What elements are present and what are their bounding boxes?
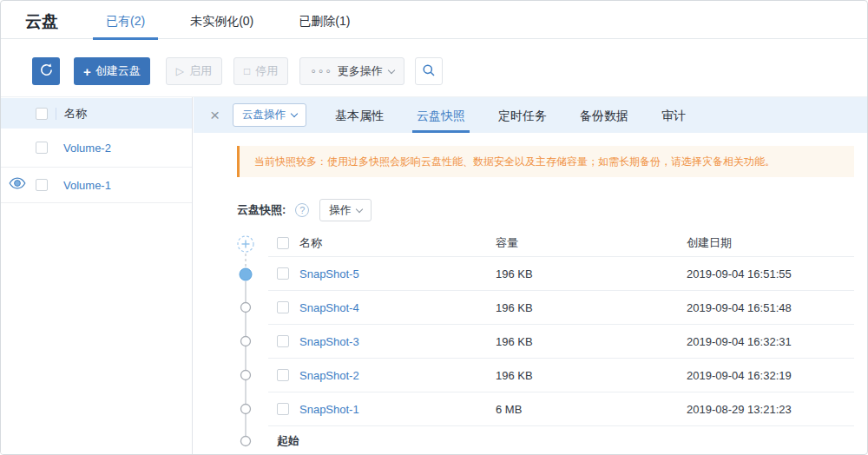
- snapshot-row[interactable]: SnapShot-2 196 KB 2019-09-04 16:32:19: [268, 359, 854, 392]
- col-size: 容量: [496, 235, 687, 251]
- snapshot-name-link[interactable]: SnapShot-1: [299, 403, 496, 416]
- create-volume-label: 创建云盘: [95, 63, 141, 79]
- refresh-icon: [39, 63, 54, 80]
- more-dots-icon: ∘∘∘: [310, 65, 332, 77]
- snapshot-created: 2019-08-29 13:21:23: [687, 403, 854, 416]
- origin-row: 起始: [268, 426, 854, 455]
- snapshot-section-label: 云盘快照:: [237, 202, 286, 218]
- row-checkbox[interactable]: [277, 369, 289, 381]
- more-actions-label: 更多操作: [338, 63, 383, 79]
- main-area: 名称 Volume-2 Volume-1 ×: [1, 96, 867, 455]
- column-divider: [56, 108, 56, 120]
- search-button[interactable]: [415, 57, 443, 85]
- warning-text: 当前快照较多：使用过多快照会影响云盘性能、数据安全以及主存储容量；如需长期备份，…: [254, 155, 775, 169]
- snapshot-actions-button[interactable]: 操作: [319, 199, 372, 221]
- help-icon[interactable]: ?: [295, 203, 309, 217]
- enable-button[interactable]: ▷ 启用: [166, 57, 222, 85]
- detail-header: × 云盘操作 基本属性 云盘快照 定时任务 备份数据 审计: [194, 97, 867, 133]
- col-name: 名称: [299, 235, 496, 251]
- snapshot-created: 2019-09-04 16:51:48: [687, 301, 854, 314]
- origin-label: 起始: [277, 433, 299, 449]
- row-checkbox[interactable]: [277, 403, 289, 415]
- row-checkbox[interactable]: [36, 142, 48, 154]
- tab-backup-data[interactable]: 备份数据: [575, 97, 633, 133]
- app-window: 云盘 已有(2) 未实例化(0) 已删除(1) + 创建云盘 ▷ 启用 □: [0, 0, 868, 455]
- tab-audit[interactable]: 审计: [657, 97, 690, 133]
- row-checkbox[interactable]: [277, 335, 289, 347]
- volume-actions-button[interactable]: 云盘操作: [233, 103, 306, 127]
- tab-volume-snapshots[interactable]: 云盘快照: [412, 97, 470, 133]
- snapshot-created: 2019-09-04 16:32:19: [687, 369, 854, 382]
- snapshot-size: 196 KB: [496, 301, 687, 314]
- viewing-eye-icon: [9, 177, 26, 193]
- more-actions-button[interactable]: ∘∘∘ 更多操作: [299, 57, 404, 85]
- snapshot-row[interactable]: SnapShot-1 6 MB 2019-08-29 13:21:23: [268, 392, 854, 426]
- snapshot-size: 196 KB: [496, 369, 687, 382]
- current-snapshot-dot: [240, 268, 252, 280]
- volume-actions-label: 云盘操作: [242, 108, 286, 122]
- plus-icon: +: [83, 64, 91, 79]
- snapshot-actions-label: 操作: [329, 203, 351, 218]
- stop-icon: □: [244, 65, 250, 77]
- snapshot-warning-banner: 当前快照较多：使用过多快照会影响云盘性能、数据安全以及主存储容量；如需长期备份，…: [237, 146, 854, 177]
- col-created: 创建日期: [687, 235, 854, 251]
- row-checkbox[interactable]: [277, 301, 289, 313]
- select-all-checkbox[interactable]: [36, 108, 48, 120]
- tab-not-instantiated[interactable]: 未实例化(0): [177, 1, 266, 39]
- snapshot-section-bar: 云盘快照: ? 操作: [237, 199, 854, 221]
- snapshot-table-header: 名称 容量 创建日期: [268, 230, 854, 257]
- snapshot-row[interactable]: SnapShot-5 196 KB 2019-09-04 16:51:55: [268, 257, 854, 291]
- snapshot-created: 2019-09-04 16:51:55: [687, 267, 854, 280]
- chevron-down-icon: [388, 66, 395, 73]
- play-icon: ▷: [176, 65, 184, 77]
- snapshot-row[interactable]: SnapShot-4 196 KB 2019-09-04 16:51:48: [268, 291, 854, 325]
- close-icon[interactable]: ×: [210, 107, 220, 123]
- snapshot-size: 6 MB: [496, 403, 687, 416]
- detail-tabs: 基本属性 云盘快照 定时任务 备份数据 审计: [331, 97, 690, 133]
- page-header: 云盘 已有(2) 未实例化(0) 已删除(1): [1, 1, 867, 39]
- name-column-header: 名称: [64, 106, 87, 122]
- refresh-button[interactable]: [32, 57, 60, 85]
- snapshot-table: 名称 容量 创建日期 SnapShot-5 196 KB 2019-09-04 …: [237, 230, 854, 455]
- snapshot-name-link[interactable]: SnapShot-5: [299, 267, 496, 280]
- search-icon: [422, 63, 436, 80]
- snapshot-size: 196 KB: [496, 267, 687, 280]
- chevron-down-icon: [291, 110, 298, 117]
- tab-deleted[interactable]: 已删除(1): [286, 1, 363, 39]
- detail-panel: × 云盘操作 基本属性 云盘快照 定时任务 备份数据 审计 当前快照较多：使用过…: [194, 97, 867, 455]
- tab-scheduled-tasks[interactable]: 定时任务: [494, 97, 551, 133]
- tab-existing[interactable]: 已有(2): [93, 1, 158, 39]
- snapshot-row[interactable]: SnapShot-3 196 KB 2019-09-04 16:32:31: [268, 325, 854, 359]
- volume-name-link[interactable]: Volume-1: [63, 179, 111, 192]
- volume-list-header: 名称: [1, 98, 192, 129]
- detail-content: 当前快照较多：使用过多快照会影响云盘性能、数据安全以及主存储容量；如需长期备份，…: [194, 146, 867, 455]
- row-checkbox[interactable]: [277, 267, 289, 280]
- list-tabs: 已有(2) 未实例化(0) 已删除(1): [93, 1, 363, 39]
- snapshot-size: 196 KB: [496, 335, 687, 348]
- volume-row[interactable]: Volume-1: [1, 168, 192, 203]
- toolbar: + 创建云盘 ▷ 启用 □ 停用 ∘∘∘ 更多操作: [1, 39, 867, 96]
- snapshot-rows: 名称 容量 创建日期 SnapShot-5 196 KB 2019-09-04 …: [268, 230, 854, 455]
- disable-label: 停用: [255, 63, 278, 79]
- row-checkbox[interactable]: [36, 179, 48, 191]
- page-title: 云盘: [25, 10, 58, 33]
- chevron-down-icon: [356, 205, 363, 212]
- snapshot-created: 2019-09-04 16:32:31: [687, 335, 854, 348]
- snapshot-name-link[interactable]: SnapShot-4: [299, 301, 496, 314]
- disable-button[interactable]: □ 停用: [233, 57, 288, 85]
- snapshot-timeline: [237, 230, 256, 455]
- create-volume-button[interactable]: + 创建云盘: [74, 57, 150, 85]
- select-all-snapshots-checkbox[interactable]: [277, 237, 289, 249]
- volume-name-link[interactable]: Volume-2: [63, 142, 111, 155]
- enable-label: 启用: [189, 63, 212, 79]
- snapshot-name-link[interactable]: SnapShot-3: [299, 335, 496, 348]
- tab-basic-properties[interactable]: 基本属性: [331, 97, 388, 133]
- volume-list-panel: 名称 Volume-2 Volume-1: [1, 97, 193, 455]
- volume-row[interactable]: Volume-2: [1, 129, 192, 168]
- snapshot-name-link[interactable]: SnapShot-2: [299, 369, 496, 382]
